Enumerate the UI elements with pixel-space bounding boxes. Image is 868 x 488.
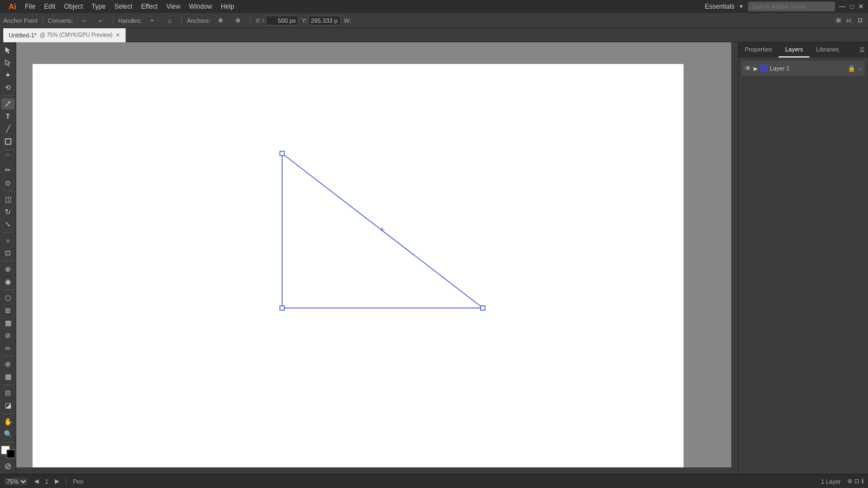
artboard-icon[interactable]: ⊡ <box>854 478 859 485</box>
color-swatches[interactable] <box>1 446 15 458</box>
align-icon: ⊞ <box>836 17 841 24</box>
lasso-btn[interactable]: ⟲ <box>2 82 15 93</box>
rotate-btn[interactable]: ↻ <box>2 206 15 217</box>
handles-btn[interactable]: ⌁ <box>145 15 159 27</box>
mesh-btn[interactable]: ⊞ <box>2 305 15 316</box>
free-transform-btn[interactable]: ⊡ <box>2 247 15 259</box>
vertical-scrollbar[interactable] <box>731 42 738 474</box>
horizontal-scrollbar[interactable] <box>16 467 731 474</box>
tool-separator-5 <box>3 261 14 261</box>
direct-selection-icon <box>4 59 12 67</box>
handles-btn2[interactable]: ⌂ <box>162 15 176 27</box>
nav-prev-icon[interactable]: ◀ <box>34 478 39 485</box>
rectangle-tool-btn[interactable] <box>2 136 15 147</box>
current-tool-label: Pen <box>73 478 84 485</box>
anchors-btn2[interactable]: ⊗ <box>231 15 245 27</box>
anchor-top-left[interactable] <box>280 151 284 156</box>
anchors-btn1[interactable]: ⊕ <box>214 15 228 27</box>
svg-point-2 <box>8 101 10 102</box>
anchor-point-label: Anchor Point <box>3 17 37 24</box>
toolbar-separator <box>42 16 43 25</box>
layer-name[interactable]: Layer 1 <box>770 65 846 72</box>
tab-close-btn[interactable]: ✕ <box>116 32 120 38</box>
properties-tab[interactable]: Properties <box>738 42 778 57</box>
layer-lock-icon[interactable]: 🔒 <box>848 65 856 72</box>
eraser-btn[interactable]: ◫ <box>2 193 15 204</box>
x-coord: X: ↕ <box>256 16 298 25</box>
y-label: Y: <box>302 17 307 24</box>
convert-corner-btn[interactable]: ⌐ <box>94 15 108 27</box>
layer-count-label: 1 Layer <box>821 478 841 485</box>
status-info-icon[interactable]: ℹ <box>861 478 864 485</box>
triangle-shape[interactable] <box>282 153 483 308</box>
none-swatch-btn[interactable]: ⊘ <box>2 460 15 472</box>
scale-btn[interactable]: ⤡ <box>2 219 15 230</box>
tool-separator-7 <box>3 356 14 356</box>
line-tool-btn[interactable]: ╱ <box>2 123 15 134</box>
menu-select[interactable]: Select <box>110 0 137 13</box>
zoom-select[interactable]: 75% <box>4 478 28 485</box>
maximize-icon[interactable]: □ <box>850 3 854 10</box>
transform-btn[interactable]: ⊡ <box>856 16 865 25</box>
pencil-btn[interactable]: ✏ <box>2 164 15 176</box>
eyedropper-btn[interactable]: ⊘ <box>2 330 15 341</box>
anchor-bottom-right[interactable] <box>481 306 485 310</box>
layer-color-swatch <box>760 65 768 72</box>
pen-tool-btn[interactable] <box>2 98 15 110</box>
menu-edit[interactable]: Edit <box>40 0 60 13</box>
magic-wand-btn[interactable]: ✦ <box>2 69 15 81</box>
tool-separator-10 <box>3 442 14 442</box>
graph-btn[interactable]: ▦ <box>2 371 15 382</box>
search-input[interactable] <box>748 2 835 11</box>
x-input[interactable] <box>266 16 298 25</box>
menu-object[interactable]: Object <box>60 0 87 13</box>
minimize-icon[interactable]: — <box>839 3 846 10</box>
layer-visibility-icon[interactable]: 👁 <box>745 65 751 72</box>
selection-tool-btn[interactable] <box>2 44 15 56</box>
direct-selection-tool-btn[interactable] <box>2 57 15 68</box>
essentials-label: Essentials <box>705 3 735 10</box>
blob-brush-btn[interactable]: ⊙ <box>2 177 15 189</box>
libraries-tab[interactable]: Libraries <box>809 42 845 57</box>
menu-ai[interactable]: Ai <box>4 0 21 13</box>
live-paint-btn[interactable]: ◉ <box>2 276 15 287</box>
menu-type[interactable]: Type <box>87 0 110 13</box>
menu-effect[interactable]: Effect <box>137 0 162 13</box>
align-btn[interactable]: ⊞ <box>834 16 843 25</box>
zoom-btn[interactable]: 🔍 <box>2 428 15 440</box>
status-separator-1 <box>66 477 66 486</box>
shape-builder-btn[interactable]: ⊕ <box>2 264 15 275</box>
menu-help[interactable]: Help <box>216 0 239 13</box>
layer-expand-icon[interactable]: ▶ <box>754 66 758 72</box>
perspective-btn[interactable]: ⬡ <box>2 292 15 304</box>
panel-tab-bar: Properties Layers Libraries ☰ <box>738 42 868 57</box>
menu-view[interactable]: View <box>162 0 185 13</box>
gradient-btn[interactable]: ▦ <box>2 317 15 329</box>
layers-tab[interactable]: Layers <box>778 42 809 57</box>
menu-file[interactable]: File <box>21 0 40 13</box>
document-tab[interactable]: Untitled-1* @ 75% (CMYK/GPU Preview) ✕ <box>3 28 126 42</box>
pen-icon <box>4 100 12 108</box>
hand-btn[interactable]: ✋ <box>2 416 15 427</box>
warp-btn[interactable]: ⟐ <box>2 235 15 246</box>
type-tool-btn[interactable]: T <box>2 111 15 122</box>
nav-next-icon[interactable]: ▶ <box>55 478 59 485</box>
symbol-btn[interactable]: ⊛ <box>2 358 15 370</box>
y-input[interactable] <box>308 16 341 25</box>
artboard-btn[interactable]: ⊟ <box>2 387 15 399</box>
convert-smooth-btn[interactable]: ⌣ <box>76 15 91 27</box>
paintbrush-btn[interactable]: ⌒ <box>2 152 15 163</box>
slice-btn[interactable]: ◪ <box>2 400 15 411</box>
x-label: X: <box>256 17 261 24</box>
anchor-bottom-left[interactable] <box>280 306 284 310</box>
w-coord: W: <box>344 17 351 24</box>
blend-btn[interactable]: ∞ <box>2 342 15 354</box>
panel-options-icon[interactable]: ☰ <box>856 47 868 54</box>
menu-window[interactable]: Window <box>184 0 216 13</box>
close-icon[interactable]: ✕ <box>858 3 864 10</box>
gpu-icon[interactable]: ⊕ <box>847 478 852 485</box>
right-panel: Properties Layers Libraries ☰ 👁 ▶ Layer … <box>738 42 868 474</box>
y-coord: Y: <box>302 16 341 25</box>
tool-separator-1 <box>3 95 14 96</box>
layer-more-icon[interactable]: ○ <box>858 65 861 72</box>
